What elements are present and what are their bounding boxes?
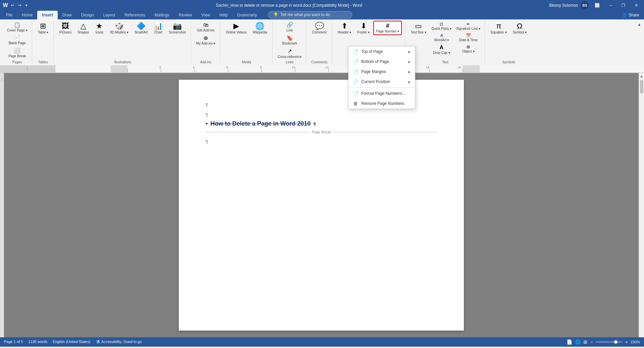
screenshot-button[interactable]: 📷 Screenshot (166, 21, 188, 36)
undo-button[interactable]: ↩ (9, 2, 15, 8)
tables-group: ⊞ Table ▾ Tables (33, 21, 54, 64)
tab-home[interactable]: Home (17, 11, 37, 19)
zoom-out-button[interactable]: − (590, 339, 593, 345)
get-addins-button[interactable]: 🛍 Get Add-ins (195, 21, 217, 33)
footer-button[interactable]: ⬇ Footer ▾ (355, 21, 372, 36)
top-of-page-icon: 📄 (353, 49, 359, 54)
accessibility-status[interactable]: ♿ Accessibility: Good to go (96, 340, 142, 344)
menu-bottom-of-page[interactable]: 📄 Bottom of Page ▶ (348, 57, 415, 67)
chart-button[interactable]: 📊 Chart (151, 21, 165, 36)
illustrations-group-items: 🖼 Pictures △ Shapes ★ Icons 🎲 3D Models … (57, 21, 188, 60)
shapes-button[interactable]: △ Shapes (75, 21, 91, 36)
media-group-items: ▶ Online Videos 🌐 Wikipedia (223, 21, 269, 60)
share-button[interactable]: 👤 Share (618, 11, 644, 19)
focus-icon[interactable]: ⊞ (583, 339, 587, 345)
3d-models-button[interactable]: 🎲 3D Models ▾ (107, 21, 131, 36)
language[interactable]: English (United States) (53, 340, 91, 344)
tab-design[interactable]: Design (76, 11, 98, 19)
zoom-in-button[interactable]: + (625, 339, 628, 345)
quick-parts-button[interactable]: ⊡ Quick Parts ▾ (430, 21, 453, 31)
tab-insert[interactable]: Insert (37, 11, 58, 19)
zoom-slider[interactable] (596, 341, 623, 343)
table-button[interactable]: ⊞ Table ▾ (36, 21, 51, 36)
svg-rect-2 (463, 65, 480, 73)
quick-parts-icon: ⊡ (440, 22, 443, 26)
icons-icon: ★ (96, 22, 103, 30)
drop-cap-button[interactable]: A Drop Cap ▾ (430, 44, 453, 56)
page-break-button[interactable]: ⬜ Page Break (5, 46, 29, 59)
page-margins-arrow: ▶ (408, 70, 411, 74)
menu-format-page-numbers[interactable]: 📄 Format Page Numbers... (348, 88, 415, 98)
cover-page-button[interactable]: 📋 Cover Page ▾ (5, 21, 29, 33)
zoom-level[interactable]: 150% (631, 340, 640, 344)
online-videos-button[interactable]: ▶ Online Videos (223, 21, 249, 36)
wikipedia-button[interactable]: 🌐 Wikipedia (250, 21, 269, 36)
page-number-button[interactable]: # Page Number ▾ (373, 21, 402, 35)
ruler: │ 2 4 6 (0, 65, 644, 73)
text-group: ▭ Text Box ▾ ⊡ Quick Parts ▾ A WordArt ▾… (406, 21, 485, 64)
document-heading: How to Delete a Page in Word 2010 ¶ (206, 120, 437, 127)
tab-review[interactable]: Review (174, 11, 197, 19)
object-button[interactable]: ⊞ Object ▾ (454, 44, 482, 54)
print-layout-icon[interactable]: 📄 (567, 339, 572, 345)
illustrations-group: 🖼 Pictures △ Shapes ★ Icons 🎲 3D Models … (54, 21, 191, 64)
current-position-arrow: ▶ (408, 80, 411, 84)
shapes-icon: △ (80, 22, 86, 30)
signature-line-button[interactable]: ✏ Signature Line ▾ (454, 21, 482, 31)
tab-view[interactable]: View (197, 11, 215, 19)
close-button[interactable]: ✕ (631, 2, 641, 9)
text-group-label: Text (408, 60, 482, 64)
bottom-of-page-arrow: ▶ (408, 60, 411, 64)
get-addins-icon: 🛍 (203, 22, 209, 28)
tell-me-input[interactable]: 💡 Tell me what you want to do (268, 11, 352, 18)
tab-grammarly[interactable]: Grammarly (232, 11, 262, 19)
menu-top-of-page[interactable]: 📄 Top of Page ▶ (348, 47, 415, 57)
document-scroll[interactable]: ¶ ¶ How to Delete a Page in Word 2010 ¶ … (4, 73, 639, 337)
scrollbar-area[interactable]: ▲ (639, 73, 644, 337)
customize-qat-button[interactable]: ▾ (24, 2, 29, 8)
equation-button[interactable]: π Equation ▾ (488, 21, 509, 36)
tab-layout[interactable]: Layout (98, 11, 120, 19)
redo-button[interactable]: ↪ (17, 2, 23, 8)
menu-remove-page-numbers[interactable]: 🗑 Remove Page Numbers (348, 98, 415, 109)
status-bar-left: Page 1 of 5 1136 words English (United S… (4, 340, 142, 344)
collapse-ribbon-button[interactable]: ▲ (637, 22, 641, 27)
date-time-button[interactable]: 📅 Date & Time (454, 32, 482, 43)
text-box-button[interactable]: ▭ Text Box ▾ (408, 21, 428, 36)
maximize-button[interactable]: ❐ (618, 2, 629, 9)
comment-button[interactable]: 💬 Comment (310, 21, 329, 36)
zoom-thumb (614, 340, 618, 344)
header-button[interactable]: ⬆ Header ▾ (335, 21, 354, 36)
scroll-thumb[interactable] (640, 80, 643, 93)
restore-button[interactable]: ⬜ (591, 2, 603, 9)
smartart-button[interactable]: 🔷 SmartArt (132, 21, 150, 36)
cross-reference-button[interactable]: ↗ Cross-reference (276, 47, 304, 59)
page-count[interactable]: Page 1 of 5 (4, 340, 23, 344)
bookmark-button[interactable]: 🔖 Bookmark (276, 34, 304, 46)
symbol-button[interactable]: Ω Symbol ▾ (511, 21, 529, 36)
icons-button[interactable]: ★ Icons (93, 21, 106, 36)
media-group: ▶ Online Videos 🌐 Wikipedia Media (221, 21, 272, 64)
tab-help[interactable]: Help (215, 11, 232, 19)
minimize-button[interactable]: ─ (606, 2, 615, 9)
cover-page-icon: 📋 (14, 22, 20, 28)
tab-draw[interactable]: Draw (58, 11, 76, 19)
signature-line-icon: ✏ (467, 22, 470, 26)
tables-group-label: Tables (36, 60, 51, 64)
menu-current-position[interactable]: 📄 Current Position ▶ (348, 77, 415, 87)
tab-references[interactable]: References (120, 11, 150, 19)
link-button[interactable]: 🔗 Link (276, 21, 304, 33)
tab-mailings[interactable]: Mailings (150, 11, 174, 19)
web-layout-icon[interactable]: 🌐 (575, 339, 581, 345)
word-count[interactable]: 1136 words (28, 340, 47, 344)
user-avatar[interactable]: BS (581, 1, 589, 9)
pictures-button[interactable]: 🖼 Pictures (57, 21, 74, 36)
tab-file[interactable]: File (1, 11, 17, 19)
scroll-up-button[interactable]: ▲ (640, 74, 643, 78)
wordart-button[interactable]: A WordArt ▾ (430, 32, 453, 43)
my-addins-button[interactable]: ⊕ My Add-ins ▾ (195, 34, 217, 46)
menu-page-margins[interactable]: 📄 Page Margins ▶ (348, 67, 415, 77)
wikipedia-icon: 🌐 (255, 22, 264, 30)
blank-page-button[interactable]: 📄 Blank Page (5, 33, 29, 46)
svg-text:4: 4 (193, 66, 195, 69)
